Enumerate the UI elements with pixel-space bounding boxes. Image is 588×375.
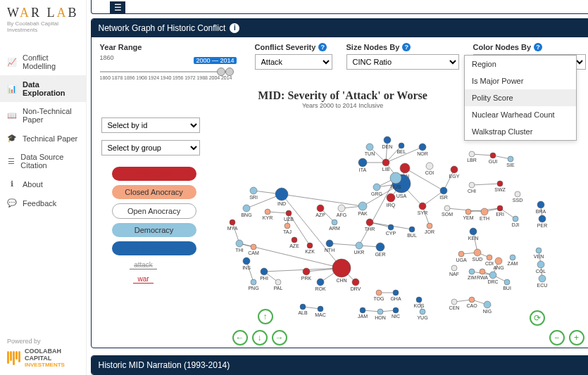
node-ZIM[interactable] <box>469 269 475 274</box>
node-LIB[interactable] <box>382 159 389 166</box>
node-TOG[interactable] <box>376 290 382 295</box>
node-CAO[interactable] <box>469 297 475 303</box>
node-NTH[interactable] <box>326 240 333 247</box>
node-COL[interactable] <box>537 261 544 268</box>
node-BUL[interactable] <box>409 227 415 232</box>
node-NIC[interactable] <box>393 307 399 313</box>
node-GHA[interactable] <box>393 290 399 295</box>
node-SSD[interactable] <box>515 191 520 197</box>
node-KOS[interactable] <box>416 297 422 303</box>
node-PER[interactable] <box>539 215 546 222</box>
node-KEN[interactable] <box>470 228 477 235</box>
node-THI[interactable] <box>236 240 243 247</box>
node-SRI[interactable] <box>250 187 257 194</box>
pan-left-button[interactable]: ← <box>232 330 248 345</box>
nav-item-feedback[interactable]: 💬Feedback <box>0 193 86 212</box>
legend-autocracy[interactable]: Autocracy <box>112 167 196 181</box>
node-ANG[interactable] <box>495 258 502 265</box>
node-AZE[interactable] <box>292 237 297 243</box>
node-ALB[interactable] <box>300 304 306 310</box>
node-IND[interactable] <box>275 188 288 201</box>
node-NOR[interactable] <box>419 144 426 151</box>
node-PHI[interactable] <box>261 268 268 275</box>
node-CDI[interactable] <box>487 255 492 260</box>
help-icon[interactable]: ? <box>402 43 411 51</box>
select-by-group[interactable]: Select by group <box>101 140 200 155</box>
pan-right-button[interactable]: → <box>272 330 287 345</box>
node-SYR[interactable] <box>419 203 426 210</box>
node-COI[interactable] <box>426 163 433 170</box>
node-BEL[interactable] <box>399 143 404 148</box>
node-MAC[interactable] <box>318 306 323 312</box>
node-YUG[interactable] <box>420 309 425 314</box>
legend-full[interactable]: Full Democracy <box>112 241 196 255</box>
node-SOM[interactable] <box>444 205 450 211</box>
select-by-id[interactable]: Select by id <box>101 117 200 133</box>
color-option-polity-score[interactable]: Polity Score <box>465 89 576 106</box>
node-HON[interactable] <box>377 309 383 314</box>
node-TAJ[interactable] <box>284 223 290 229</box>
node-BRA[interactable] <box>537 201 544 208</box>
node-ERI[interactable] <box>497 205 503 211</box>
node-ZAM[interactable] <box>510 255 515 260</box>
nav-item-conflict-modelling[interactable]: 📈Conflict Modelling <box>0 49 86 75</box>
node-AZP[interactable] <box>317 205 324 212</box>
node-UZB[interactable] <box>286 210 292 216</box>
node-SUD[interactable] <box>474 249 481 256</box>
node-NAF[interactable] <box>451 265 457 271</box>
color-by-dropdown-open[interactable]: RegionIs Major PowerPolity ScoreNuclear … <box>464 55 577 141</box>
year-range-slider[interactable]: 2000 — 2014 1860187818961908192419401956… <box>100 64 232 85</box>
node-GRG[interactable] <box>373 184 380 191</box>
node-PRK[interactable] <box>303 268 310 275</box>
size-by-select[interactable]: CINC Ratio <box>346 54 459 70</box>
color-option-region[interactable]: Region <box>465 56 576 72</box>
network-graph[interactable]: TUNDENBELNORITALIBIRNCOIEGYLBRGUISIESRII… <box>211 113 556 338</box>
node-KYR[interactable] <box>265 209 270 215</box>
node-ITA[interactable] <box>358 158 367 167</box>
node-CYP[interactable] <box>388 224 394 230</box>
node-GUI[interactable] <box>490 153 496 158</box>
node-DRV[interactable] <box>352 279 359 286</box>
node-UKR[interactable] <box>356 242 363 249</box>
nav-item-non-technical-paper[interactable]: 📖Non-Technical Paper <box>0 102 86 129</box>
severity-select[interactable]: Attack <box>255 54 332 70</box>
nav-item-data-exploration[interactable]: 📊Data Exploration <box>0 75 86 102</box>
node-THR[interactable] <box>366 219 373 226</box>
node-ROK[interactable] <box>317 279 324 286</box>
legend-dem[interactable]: Democracy <box>112 223 196 237</box>
hamburger-icon[interactable]: ☰ <box>110 1 125 14</box>
zoom-out-button[interactable]: − <box>549 330 565 345</box>
node-PAL[interactable] <box>275 279 281 285</box>
node-IRN[interactable] <box>400 163 410 173</box>
node-BUI[interactable] <box>504 279 510 285</box>
help-icon[interactable]: ? <box>534 43 542 51</box>
legend-closed[interactable]: Closed Anocracy <box>112 185 196 199</box>
node-ARM[interactable] <box>332 220 337 225</box>
node-JOR[interactable] <box>427 223 432 229</box>
node-DJI[interactable] <box>513 216 518 222</box>
node-SWZ[interactable] <box>497 181 503 186</box>
node-AFG[interactable] <box>338 205 345 212</box>
node-DRC[interactable] <box>489 272 496 279</box>
color-option-nuclear-warhead-count[interactable]: Nuclear Warhead Count <box>465 106 576 123</box>
nav-item-technical-paper[interactable]: 🎓Technical Paper <box>0 129 86 148</box>
info-icon[interactable]: i <box>230 23 239 33</box>
node-CEN[interactable] <box>451 299 457 305</box>
nav-item-data-source-citation[interactable]: ☰Data Source Citation <box>0 148 86 174</box>
node-SIE[interactable] <box>508 156 513 162</box>
node-UGA[interactable] <box>458 251 464 257</box>
node-KZK[interactable] <box>307 243 313 248</box>
node-PNG[interactable] <box>251 279 256 285</box>
node-PAK[interactable] <box>358 202 367 210</box>
node-ETH[interactable] <box>481 208 488 215</box>
zoom-in-button[interactable]: + <box>569 330 584 345</box>
node-LBR[interactable] <box>469 151 475 157</box>
node-INS[interactable] <box>243 258 250 265</box>
node-RWA[interactable] <box>480 269 485 274</box>
node-DEN[interactable] <box>384 136 391 144</box>
node-MYA[interactable] <box>230 220 235 225</box>
node-YEM[interactable] <box>465 209 471 215</box>
color-option-walkstrap-cluster[interactable]: Walkstrap Cluster <box>465 123 576 140</box>
pan-up-button[interactable]: ↑ <box>258 309 273 324</box>
help-icon[interactable]: ? <box>318 43 327 51</box>
